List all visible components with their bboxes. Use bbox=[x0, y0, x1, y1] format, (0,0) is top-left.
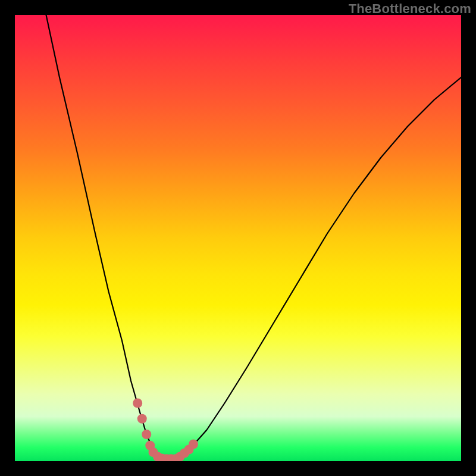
highlight-dot bbox=[142, 430, 151, 439]
plot-area bbox=[15, 15, 461, 461]
curve-svg bbox=[15, 15, 461, 461]
highlight-dot bbox=[137, 414, 147, 424]
highlight-dot bbox=[189, 440, 198, 449]
highlight-dot bbox=[133, 399, 142, 408]
chart-frame: TheBottleneck.com bbox=[0, 0, 476, 476]
marked-region-dots bbox=[133, 399, 198, 462]
bottleneck-curve bbox=[46, 15, 462, 459]
